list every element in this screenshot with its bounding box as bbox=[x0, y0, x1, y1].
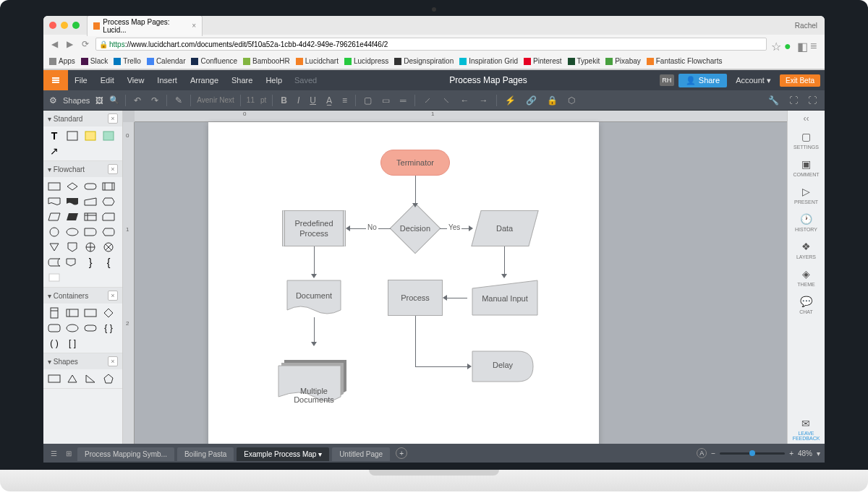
arrow-start-icon[interactable]: ← bbox=[459, 95, 472, 106]
bookmark-apps[interactable]: Apps bbox=[49, 57, 75, 65]
cont-angle[interactable]: [ ] bbox=[64, 337, 80, 350]
sh-rtri[interactable] bbox=[82, 372, 98, 385]
fc-terminator[interactable] bbox=[82, 180, 98, 193]
cont-pill[interactable] bbox=[82, 322, 98, 335]
window-controls[interactable] bbox=[49, 22, 80, 29]
rail-comment[interactable]: ▣COMMENT bbox=[788, 154, 825, 181]
fc-offpage[interactable] bbox=[64, 241, 80, 254]
font-select[interactable]: Avenir Next bbox=[197, 96, 234, 104]
note-shape[interactable] bbox=[82, 129, 98, 142]
section-standard[interactable]: Standard bbox=[54, 115, 83, 123]
text-color-icon[interactable]: A̲ bbox=[324, 95, 334, 106]
bookmark-trello[interactable]: Trello bbox=[114, 57, 141, 65]
bookmark-bamboohr[interactable]: BambooHR bbox=[243, 57, 290, 65]
fc-or[interactable] bbox=[82, 241, 98, 254]
bookmark-flowcharts[interactable]: Fantastic Flowcharts bbox=[647, 57, 723, 65]
bookmark-pixabay[interactable]: Pixabay bbox=[605, 57, 641, 65]
url-input[interactable]: 🔒 https ://www.lucidchart.com/documents/… bbox=[95, 38, 767, 51]
fc-card[interactable] bbox=[101, 210, 116, 223]
section-containers[interactable]: Containers bbox=[54, 292, 88, 300]
grid-view-icon[interactable]: ⊞ bbox=[63, 450, 75, 457]
browser-menu-icon[interactable]: ≡ bbox=[810, 40, 819, 48]
border-width-icon[interactable]: ═ bbox=[398, 95, 409, 106]
cont-diamond[interactable] bbox=[101, 306, 116, 319]
list-view-icon[interactable]: ☰ bbox=[48, 450, 60, 457]
bookmark-pinterest[interactable]: Pinterest bbox=[524, 57, 561, 65]
browser-profile[interactable]: Rachel bbox=[795, 22, 817, 30]
node-delay[interactable]: Delay bbox=[472, 351, 534, 382]
fc-swatch[interactable] bbox=[46, 271, 62, 284]
arrow-shape[interactable]: ↗ bbox=[46, 145, 62, 158]
menu-insert[interactable]: Insert bbox=[150, 76, 184, 85]
wrench-icon[interactable]: 🔧 bbox=[766, 95, 781, 106]
fc-decision[interactable] bbox=[64, 180, 80, 193]
component-icon[interactable]: ⬡ bbox=[566, 95, 577, 106]
zoom-value[interactable]: 48% bbox=[798, 450, 812, 457]
home-button[interactable] bbox=[43, 70, 68, 90]
page-tab-3[interactable]: Untitled Page bbox=[332, 447, 390, 461]
bookmark-inspiration-grid[interactable]: Inspiration Grid bbox=[459, 57, 518, 65]
fullscreen-icon[interactable]: ⛶ bbox=[806, 95, 819, 106]
section-flowchart[interactable]: Flowchart bbox=[54, 165, 85, 173]
border-color-icon[interactable]: ▭ bbox=[380, 95, 392, 106]
document-title[interactable]: Process Map Pages bbox=[317, 75, 660, 85]
menu-help[interactable]: Help bbox=[259, 76, 289, 85]
fc-predefined[interactable] bbox=[101, 180, 116, 193]
fc-data2[interactable] bbox=[64, 210, 80, 223]
zoom-slider[interactable] bbox=[720, 452, 785, 455]
rail-present[interactable]: ▷PRESENT bbox=[788, 181, 825, 209]
menu-share[interactable]: Share bbox=[225, 76, 259, 85]
canvas-area[interactable]: 0 1 0 1 2 Terminator Decision bbox=[123, 111, 787, 444]
rail-settings[interactable]: ▢SETTINGS bbox=[788, 126, 825, 154]
page-tab-2[interactable]: Example Process Map ▾ bbox=[237, 447, 329, 461]
close-icon[interactable]: × bbox=[108, 291, 118, 301]
node-terminator[interactable]: Terminator bbox=[380, 150, 450, 176]
square-shape[interactable] bbox=[64, 129, 80, 142]
bookmark-typekit[interactable]: Typekit bbox=[568, 57, 600, 65]
page-tab-1[interactable]: Boiling Pasta bbox=[177, 447, 234, 461]
rail-theme[interactable]: ◈THEME bbox=[788, 264, 825, 291]
node-process[interactable]: Process bbox=[388, 280, 443, 316]
lock-icon[interactable]: 🔒 bbox=[545, 95, 560, 106]
underline-icon[interactable]: U bbox=[307, 95, 318, 106]
add-page-button[interactable]: + bbox=[396, 447, 407, 459]
rail-history[interactable]: 🕐HISTORY bbox=[788, 209, 825, 236]
canvas[interactable]: Terminator Decision Predefined Process D… bbox=[208, 122, 599, 444]
cont-rect[interactable] bbox=[82, 306, 98, 319]
cont-rounded[interactable] bbox=[46, 322, 62, 335]
leave-feedback-link[interactable]: ✉LEAVE FEEDBACK bbox=[790, 415, 823, 444]
fc-process[interactable] bbox=[46, 180, 62, 193]
close-icon[interactable]: × bbox=[108, 113, 118, 124]
tab-close-icon[interactable]: × bbox=[192, 22, 196, 30]
node-data[interactable]: Data bbox=[471, 210, 538, 246]
cont-swimlane-h[interactable] bbox=[64, 306, 80, 319]
gear-icon[interactable]: ⚙ bbox=[49, 95, 57, 106]
extension-icon[interactable]: ● bbox=[784, 40, 793, 48]
undo-icon[interactable]: ↶ bbox=[132, 95, 143, 106]
zoom-badge-icon[interactable]: A bbox=[697, 448, 707, 458]
rail-layers[interactable]: ❖LAYERS bbox=[788, 236, 825, 264]
node-predefined[interactable]: Predefined Process bbox=[282, 210, 346, 246]
bookmark-lucidchart[interactable]: Lucidchart bbox=[296, 57, 339, 65]
menu-view[interactable]: View bbox=[121, 76, 151, 85]
arrow-end-icon[interactable]: → bbox=[477, 95, 490, 106]
fc-merge[interactable] bbox=[46, 241, 62, 254]
nav-back-icon[interactable]: ◀ bbox=[49, 39, 60, 49]
zoom-in-button[interactable]: + bbox=[789, 450, 793, 457]
block-shape[interactable] bbox=[101, 129, 116, 142]
fc-brace-l[interactable]: { bbox=[101, 256, 116, 269]
sh-tri[interactable] bbox=[64, 372, 80, 385]
node-manual-input[interactable]: Manual Input bbox=[472, 280, 538, 316]
cont-brace[interactable]: { } bbox=[101, 322, 116, 335]
fc-stored[interactable] bbox=[46, 256, 62, 269]
fc-display[interactable] bbox=[101, 225, 116, 238]
account-menu[interactable]: Account ▾ bbox=[731, 76, 775, 85]
expand-icon[interactable]: ⛶ bbox=[787, 95, 800, 106]
line-style-icon[interactable]: ⟍ bbox=[440, 95, 453, 106]
close-window-icon[interactable] bbox=[49, 22, 56, 29]
menu-arrange[interactable]: Arrange bbox=[184, 76, 225, 85]
cont-swimlane-v[interactable] bbox=[46, 306, 62, 319]
node-decision[interactable]: Decision bbox=[390, 203, 441, 254]
image-tool-icon[interactable]: 🖼 bbox=[95, 96, 103, 105]
collapse-rail-icon[interactable]: ‹‹ bbox=[804, 113, 809, 124]
